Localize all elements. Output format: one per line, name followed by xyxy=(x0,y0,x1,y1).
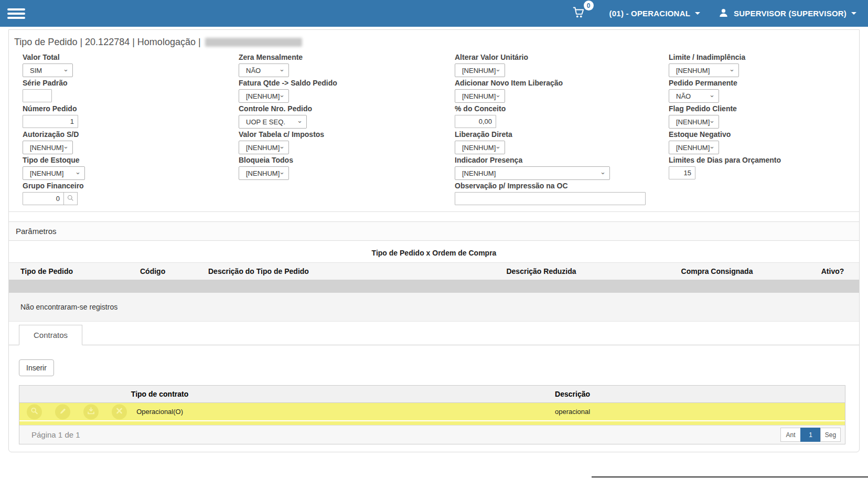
field-tipo-de-estoque: Tipo de Estoque [NENHUM] xyxy=(23,156,239,180)
pager: Ant 1 Seg xyxy=(781,428,841,442)
contratos-table-header: Tipo de contrato Descrição xyxy=(19,386,845,403)
search-icon xyxy=(67,195,74,203)
field-numero-pedido: Número Pedido xyxy=(23,104,239,129)
table-column-header: Tipo de Pedido xyxy=(9,267,140,275)
field-label: Bloqueia Todos xyxy=(239,156,455,164)
row-download-button[interactable] xyxy=(83,404,99,419)
adicionar-novo-item-liberacao-select[interactable]: [NENHUM] xyxy=(455,89,505,103)
contratos-tab-content: Inserir Tipo de contrato Descrição xyxy=(9,345,859,452)
field-adicionar-novo-item-liberacao: Adicionar Novo Item Liberação [NENHUM] xyxy=(455,79,669,103)
table-column-header: Descrição xyxy=(300,390,845,398)
numero-pedido-input[interactable] xyxy=(23,115,78,128)
field-label: Observação p/ Impressão na OC xyxy=(455,182,669,190)
field-label: Série Padrão xyxy=(23,79,239,87)
field-label: Estoque Negativo xyxy=(669,130,859,139)
user-dropdown[interactable]: SUPERVISOR (SUPERVISOR) xyxy=(718,7,856,20)
field-serie-padrao: Série Padrão xyxy=(23,79,239,103)
valor-total-select[interactable]: SIM xyxy=(23,63,73,77)
field-label: Liberação Direta xyxy=(455,130,669,139)
field-liberacao-direta: Liberação Direta [NENHUM] xyxy=(455,130,669,154)
tab-contratos[interactable]: Contratos xyxy=(19,325,82,345)
field-valor-total: Valor Total SIM xyxy=(23,53,239,77)
user-icon xyxy=(718,7,729,20)
row-delete-button[interactable] xyxy=(112,404,127,419)
field-flag-pedido-cliente: Flag Pedido Cliente [NENHUM] xyxy=(669,104,859,129)
tipo-de-estoque-select[interactable]: [NENHUM] xyxy=(23,166,85,180)
field-pedido-permanente: Pedido Permanente NÃO xyxy=(669,79,859,103)
field-label: Valor Tabela c/ Impostos xyxy=(239,130,455,139)
table-column-header: Descrição do Tipo de Pedido xyxy=(208,267,455,275)
breadcrumb-text: Tipo de Pedido | 20.122784 | Homologação… xyxy=(14,37,201,48)
field-limite-inadimplencia: Limite / Inadimplência [NENHUM] xyxy=(669,53,859,77)
row-view-button[interactable] xyxy=(27,404,42,419)
hamburger-menu-icon[interactable] xyxy=(7,6,25,21)
controle-nro-pedido-select[interactable]: UOP E SEQ. xyxy=(239,115,307,129)
pct-conceito-input[interactable] xyxy=(455,115,496,128)
table-column-header: Tipo de contrato xyxy=(19,390,300,398)
pedido-permanente-select[interactable]: NÃO xyxy=(669,89,719,103)
chevron-down-icon xyxy=(851,12,856,15)
pencil-icon xyxy=(59,407,67,416)
field-alterar-valor-unitario: Alterar Valor Unitário [NENHUM] xyxy=(455,53,669,77)
table-column-header: Descrição Reduzida xyxy=(455,267,628,275)
observacao-impressao-oc-input[interactable] xyxy=(455,192,646,205)
top-bar: 0 (01) - OPERACIONAL SUPERVISOR (SUPERVI… xyxy=(0,0,868,27)
pedido-oc-section: Tipo de Pedido x Ordem de Compra Tipo de… xyxy=(9,241,859,322)
field-fatura-qtde-saldo-pedido: Fatura Qtde -> Saldo Pedido [NENHUM] xyxy=(239,79,455,103)
cart-button[interactable]: 0 xyxy=(571,5,592,22)
alterar-valor-unitario-select[interactable]: [NENHUM] xyxy=(455,63,505,77)
row-actions xyxy=(27,404,127,419)
field-label: Flag Pedido Cliente xyxy=(669,104,859,113)
prev-page-button[interactable]: Ant xyxy=(780,428,801,442)
tipo-pedido-form: Valor Total SIM Zera Mensalmente NÃO Alt… xyxy=(9,52,859,212)
table-column-header: Compra Consignada xyxy=(628,267,806,275)
row-edit-button[interactable] xyxy=(55,404,70,419)
field-label: Adicionar Novo Item Liberação xyxy=(455,79,669,87)
form-empty-cell xyxy=(239,182,455,205)
field-observacao-impressao-oc: Observação p/ Impressão na OC xyxy=(455,182,669,205)
field-valor-tabela-impostos: Valor Tabela c/ Impostos [NENHUM] xyxy=(239,130,455,154)
estoque-negativo-select[interactable]: [NENHUM] xyxy=(669,141,719,154)
inserir-button[interactable]: Inserir xyxy=(19,359,54,376)
page-1-button[interactable]: 1 xyxy=(800,428,821,442)
grupo-financeiro-lookup-button[interactable] xyxy=(63,192,78,205)
field-label: Fatura Qtde -> Saldo Pedido xyxy=(239,79,455,87)
serie-padrao-input[interactable] xyxy=(23,89,52,102)
table-row[interactable]: Operacional(O) operacional xyxy=(19,403,845,421)
bloqueia-todos-select[interactable]: [NENHUM] xyxy=(239,166,289,180)
autorizacao-sd-select[interactable]: [NENHUM] xyxy=(23,141,73,154)
field-label: % do Conceito xyxy=(455,104,669,113)
fatura-qtde-saldo-pedido-select[interactable]: [NENHUM] xyxy=(239,89,289,103)
highlight-strip xyxy=(19,421,845,425)
limites-dias-orcamento-input[interactable] xyxy=(669,166,695,179)
contratos-tabstrip: Contratos xyxy=(9,325,859,345)
field-label: Indicador Presença xyxy=(455,156,669,164)
field-label: Zera Mensalmente xyxy=(239,53,455,61)
company-dropdown-label: (01) - OPERACIONAL xyxy=(609,9,690,18)
field-indicador-presenca: Indicador Presença [NENHUM] xyxy=(455,156,669,180)
field-estoque-negativo: Estoque Negativo [NENHUM] xyxy=(669,130,859,154)
field-zera-mensalmente: Zera Mensalmente NÃO xyxy=(239,53,455,77)
flag-pedido-cliente-select[interactable]: [NENHUM] xyxy=(669,115,719,129)
field-label: Pedido Permanente xyxy=(669,79,859,87)
cart-badge: 0 xyxy=(584,1,594,10)
search-icon xyxy=(30,407,38,417)
company-dropdown[interactable]: (01) - OPERACIONAL xyxy=(609,9,700,18)
next-page-button[interactable]: Seg xyxy=(820,428,841,442)
main-panel: Tipo de Pedido | 20.122784 | Homologação… xyxy=(8,29,860,452)
valor-tabela-impostos-select[interactable]: [NENHUM] xyxy=(239,141,289,154)
parametros-header[interactable]: Parâmetros xyxy=(9,221,859,241)
limite-inadimplencia-select[interactable]: [NENHUM] xyxy=(669,63,739,77)
pagination-summary: Página 1 de 1 xyxy=(31,430,80,439)
table-row-separator xyxy=(9,280,859,293)
field-autorizacao-sd: Autorização S/D [NENHUM] xyxy=(23,130,239,154)
field-limites-dias-orcamento: Limites de Dias para Orçamento xyxy=(669,156,859,180)
pedido-oc-table-title: Tipo de Pedido x Ordem de Compra xyxy=(9,249,859,257)
indicador-presenca-select[interactable]: [NENHUM] xyxy=(455,166,610,180)
table-column-header: Ativo? xyxy=(806,267,859,275)
zera-mensalmente-select[interactable]: NÃO xyxy=(239,63,289,77)
liberacao-direta-select[interactable]: [NENHUM] xyxy=(455,141,505,154)
grupo-financeiro-input[interactable] xyxy=(23,192,64,205)
close-icon xyxy=(116,408,123,416)
field-label: Tipo de Estoque xyxy=(23,156,239,164)
